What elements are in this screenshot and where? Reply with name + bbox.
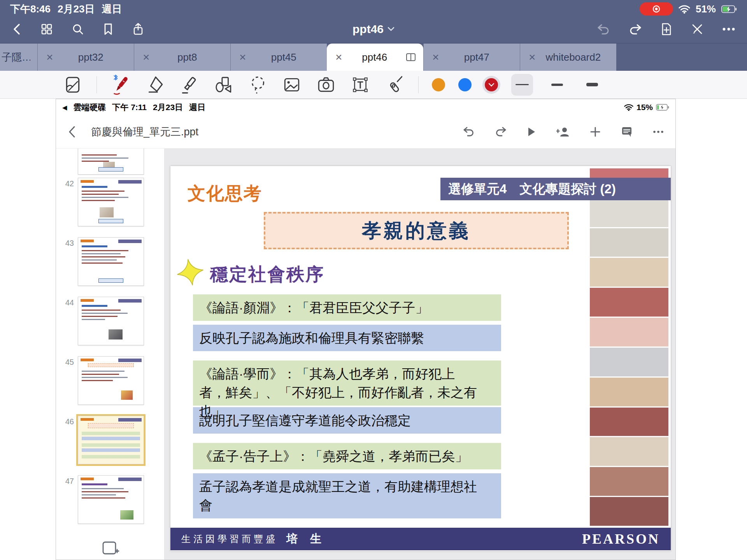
footer-brand-chinese: 培 生 [286,531,326,547]
inner-body: 42 43 [56,148,675,560]
tab-label: ppt47 [441,51,513,63]
stroke-thin-button[interactable] [511,74,533,96]
tab-ppt47[interactable]: × ppt47 [423,44,520,71]
back-to-app-label[interactable]: 雲端硬碟 [73,102,106,113]
tab-close-icon[interactable]: × [238,51,248,63]
split-view-icon[interactable] [405,52,416,62]
inner-more-button[interactable] [653,130,664,133]
image-icon [282,75,302,94]
tab-whiteboard2[interactable]: × whiteboard2 [520,44,616,71]
laser-pointer-icon [385,75,404,94]
slide-number: 45 [56,356,78,367]
document-title[interactable]: ppt46 [352,23,395,36]
inner-status-date: 2月23日 [153,102,183,113]
slide-thumbnail-42[interactable]: 42 [56,178,165,226]
share-button[interactable] [132,23,144,36]
eraser-tool[interactable] [144,74,165,95]
bookmark-icon [103,23,114,35]
back-to-app-icon[interactable]: ◀ [62,104,67,111]
back-button[interactable] [12,23,22,35]
status-weekday: 週日 [102,2,122,16]
camera-tool[interactable] [316,74,337,95]
screen-recording-indicator[interactable] [640,2,673,16]
stylus-toggle-button[interactable] [691,23,703,35]
tab-ppt32[interactable]: × ppt32 [37,44,134,71]
slide-thumbnail-47[interactable]: 47 [56,475,165,524]
color-swatch-blue[interactable] [458,78,472,91]
stroke-medium-button[interactable] [546,74,568,96]
highlighter-tool[interactable] [179,74,200,95]
slide-thumbnail-45[interactable]: 45 [56,356,165,405]
undo-icon [463,126,475,137]
share-with-people-button[interactable] [556,126,570,137]
wifi-icon [624,104,633,111]
bluetooth-pen-icon [110,75,131,95]
thumbnails-button[interactable] [40,23,53,35]
slide-thumbnail-43[interactable]: 43 [56,237,165,286]
tab-close-icon[interactable]: × [527,51,537,63]
share-icon [132,23,144,36]
tab-close-icon[interactable]: × [141,51,151,63]
lasso-icon [248,75,267,94]
redo-button[interactable] [629,23,642,35]
tab-close-icon[interactable]: × [334,51,344,63]
tab-label: 子隱… [2,51,30,64]
chevron-down-icon [488,83,494,87]
camera-icon [316,75,336,94]
chevron-down-icon [388,27,395,32]
more-button[interactable] [722,27,735,31]
add-page-button[interactable] [661,23,672,36]
file-title: 節慶與倫理_單元三.ppt [91,125,198,139]
tab-close-icon[interactable]: × [45,51,55,63]
app-toolbar: ppt46 [0,16,747,42]
lasso-tool[interactable] [247,74,268,95]
comments-button[interactable] [621,126,633,138]
search-button[interactable] [72,23,84,35]
play-icon [527,126,536,137]
inner-undo-button[interactable] [463,126,475,137]
drawing-toolbar [0,71,747,99]
slide-footer: 生活因學習而豐盛 培 生 PEARSON [170,528,671,550]
tab-ppt8[interactable]: × ppt8 [134,44,230,71]
slide-thumbnail-44[interactable]: 44 [56,297,165,345]
tab-bar: 子隱… × ppt32 × ppt8 × ppt45 × ppt46 × ppt… [0,43,747,71]
insert-button[interactable] [590,126,601,137]
slide-viewport[interactable]: 文化思考 選修單元4 文化專題探討 (2) 孝親的意義 穩定社會秩序 《論語·顏… [165,149,675,560]
bookmark-button[interactable] [103,23,114,35]
tab-partial[interactable]: 子隱… [0,44,37,71]
laser-pointer-tool[interactable] [384,74,405,95]
undo-button[interactable] [597,23,610,35]
image-tool[interactable] [281,74,302,95]
slide-thumbnail-partial[interactable] [56,149,165,175]
color-swatch-orange[interactable] [432,78,445,91]
color-swatch-red[interactable] [485,78,498,91]
slide-corner-label: 文化思考 [188,182,262,206]
tab-ppt45[interactable]: × ppt45 [230,44,327,71]
stroke-thick-button[interactable] [581,74,603,96]
add-slide-button[interactable] [101,540,119,557]
documents-button[interactable] [62,74,83,95]
inner-back-button[interactable] [68,125,76,138]
status-date: 2月23日 [58,2,95,16]
slide-number: 47 [56,475,78,486]
footer-slogan: 生活因學習而豐盛 [181,533,278,545]
tab-close-icon[interactable]: × [431,51,441,63]
note-page: ◀ 雲端硬碟 下午 7:11 2月23日 週日 15% 節慶與倫理_單元三.pp… [0,99,747,560]
chevron-left-icon [12,23,22,35]
highlighter-icon [179,75,199,94]
text-tool[interactable] [350,74,371,95]
pen-tool[interactable] [110,74,131,95]
add-page-icon [661,23,672,36]
slide-thumbnail-46-selected[interactable]: 46 [56,416,165,464]
battery-charging-icon [656,104,669,111]
tab-ppt46[interactable]: × ppt46 [327,44,423,71]
shapes-tool[interactable] [213,74,234,95]
status-bar: 下午8:46 2月23日 週日 51% [0,0,747,16]
present-button[interactable] [527,126,536,137]
person-add-icon [556,126,570,137]
inner-redo-button[interactable] [495,126,507,137]
inner-status-time: 下午 7:11 [112,102,147,113]
chevron-left-icon [68,125,76,138]
slide-number: 46 [56,416,78,426]
slide-thumbnail-sidebar[interactable]: 42 43 [56,149,165,560]
